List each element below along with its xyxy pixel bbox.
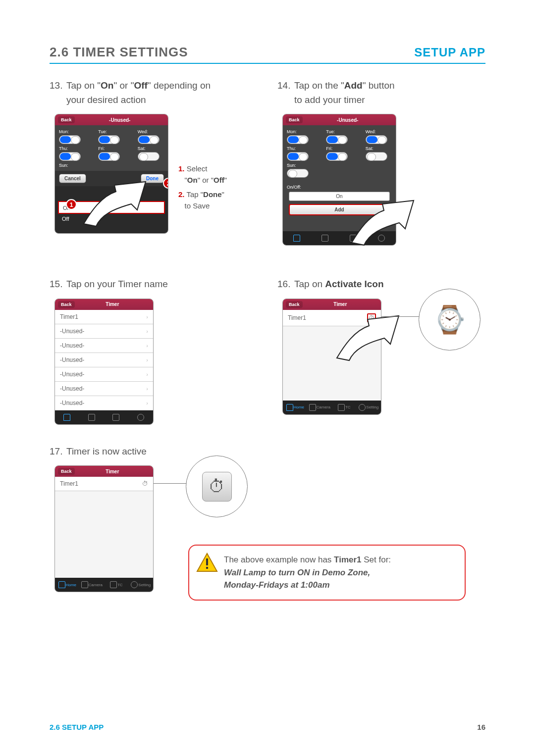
day-sat-label: Sat: <box>138 146 146 151</box>
screen-title: -Unused- <box>303 117 393 123</box>
empty-list-area <box>55 491 153 578</box>
tab-home[interactable] <box>55 410 80 424</box>
day-fri-label: Fri: <box>98 146 105 151</box>
day-fri-label: Fri: <box>326 146 332 151</box>
toggle-sun[interactable] <box>287 169 309 178</box>
toggle-fri[interactable] <box>98 152 120 161</box>
toggle-mon[interactable] <box>287 135 309 144</box>
tab-camera[interactable]: Camera <box>308 401 332 414</box>
step-14-text: 14.Tap on the "Add" button to add your t… <box>277 79 485 107</box>
day-mon-label: Mon: <box>287 129 297 134</box>
list-item[interactable]: -Unused-› <box>55 339 153 353</box>
screen-title: Timer <box>303 302 378 307</box>
list-item[interactable]: -Unused-› <box>55 353 153 367</box>
day-tue-label: Tue: <box>98 129 107 134</box>
timer-name: Timer1 <box>288 314 306 321</box>
step-13-text: 13.Tap on "On" or "Off" depending on you… <box>50 79 258 107</box>
toggle-tue[interactable] <box>326 135 348 144</box>
page-title: 2.6 TIMER SETTINGS <box>50 45 188 60</box>
chevron-right-icon: › <box>146 328 148 334</box>
list-item[interactable]: -Unused-› <box>55 324 153 339</box>
list-item[interactable]: Timer1 ⏱ <box>55 477 153 491</box>
stopwatch-icon: ⌚ <box>433 304 466 335</box>
toggle-thu[interactable] <box>287 152 309 161</box>
picker-wheel[interactable]: On Off 1 <box>55 186 168 233</box>
camera-icon <box>309 404 316 411</box>
step-13-annotation-1: 1. Select "On" or "Off" <box>178 163 227 186</box>
leader-line <box>154 483 188 484</box>
chevron-right-icon: › <box>146 400 148 406</box>
tab-tc[interactable]: TC <box>332 401 357 414</box>
day-tue-label: Tue: <box>326 129 335 134</box>
tab-bar <box>55 410 153 424</box>
active-icon-zoom: ⏱ <box>186 455 248 517</box>
list-item[interactable]: -Unused-› <box>55 382 153 396</box>
step-15-phone: Back Timer Timer1› -Unused-› -Unused-› -… <box>54 299 154 425</box>
back-button[interactable]: Back <box>58 116 75 123</box>
day-toggle-grid: Mon: Tue: Wed: Thu: Fri: Sat: Sun: <box>55 125 168 171</box>
back-button[interactable]: Back <box>286 116 303 123</box>
hand-pointer-icon <box>342 198 421 252</box>
toggle-wed[interactable] <box>138 135 160 144</box>
step-13-phone: Back -Unused- Mon: Tue: Wed: Thu: Fri: S… <box>54 114 168 234</box>
toggle-sat[interactable] <box>366 152 387 161</box>
leader-line <box>381 316 421 317</box>
home-icon <box>293 235 300 242</box>
toggle-wed[interactable] <box>366 135 387 144</box>
timer-name: Timer1 <box>60 480 78 487</box>
screen-title: -Unused- <box>75 117 165 123</box>
tab-camera[interactable] <box>80 410 105 424</box>
svg-rect-2 <box>206 567 208 569</box>
step-13-annotation-2: 2. Tap "Done" to Save <box>178 189 224 211</box>
toggle-sat[interactable] <box>138 152 160 161</box>
list-item[interactable]: Timer1› <box>55 310 153 324</box>
tab-home[interactable]: Home <box>283 401 308 414</box>
onoff-label: On/Off: <box>287 185 392 190</box>
toggle-mon[interactable] <box>59 135 81 144</box>
chevron-right-icon: › <box>146 386 148 392</box>
day-sun-label: Sun: <box>59 163 68 168</box>
camera-icon <box>321 235 328 242</box>
tab-tc[interactable] <box>104 410 129 424</box>
list-item[interactable]: -Unused-› <box>55 367 153 382</box>
warning-icon <box>196 553 218 572</box>
tab-bar: Home Camera TC Setting <box>283 401 381 414</box>
screen-title: Timer <box>75 469 150 474</box>
tab-setting[interactable] <box>129 410 154 424</box>
phone-topbar: Back -Unused- <box>55 114 168 125</box>
day-mon-label: Mon: <box>59 129 69 134</box>
gear-icon <box>359 404 366 411</box>
tab-camera[interactable] <box>311 231 339 245</box>
activate-icon-zoom: ⌚ <box>419 289 481 351</box>
tab-home[interactable] <box>283 231 311 245</box>
home-icon <box>63 414 70 421</box>
toggle-thu[interactable] <box>59 152 81 161</box>
toggle-tue[interactable] <box>98 135 120 144</box>
back-button[interactable]: Back <box>58 468 75 475</box>
footer-section: 2.6 SETUP APP <box>50 723 104 731</box>
toggle-fri[interactable] <box>326 152 348 161</box>
day-thu-label: Thu: <box>59 146 68 151</box>
list-item[interactable]: -Unused-› <box>55 396 153 410</box>
example-callout: The above example now has Timer1 Set for… <box>188 545 466 601</box>
back-button[interactable]: Back <box>286 301 303 308</box>
day-toggle-grid: Mon: Tue: Wed: Thu: Fri: Sat: Sun: <box>283 125 396 182</box>
tc-icon <box>110 581 117 588</box>
chevron-right-icon: › <box>146 371 148 377</box>
tab-camera[interactable]: Camera <box>80 578 105 592</box>
chevron-right-icon: › <box>146 343 148 349</box>
screen-title: Timer <box>75 302 150 307</box>
app-label: SETUP APP <box>414 46 485 59</box>
hand-pointer-icon <box>74 179 153 234</box>
page-number: 16 <box>477 723 485 731</box>
step-17-text: 17.Timer is now active <box>50 445 485 459</box>
tab-tc[interactable]: TC <box>104 578 129 592</box>
tab-setting[interactable]: Setting <box>357 401 381 414</box>
chevron-right-icon: › <box>146 314 148 320</box>
section-title: TIMER SETTINGS <box>73 45 188 59</box>
tab-home[interactable]: Home <box>55 578 80 592</box>
back-button[interactable]: Back <box>58 301 75 308</box>
day-wed-label: Wed: <box>138 129 148 134</box>
tab-setting[interactable]: Setting <box>129 578 154 592</box>
step-17-phone: Back Timer Timer1 ⏱ Home Camera TC Setti… <box>54 465 154 592</box>
